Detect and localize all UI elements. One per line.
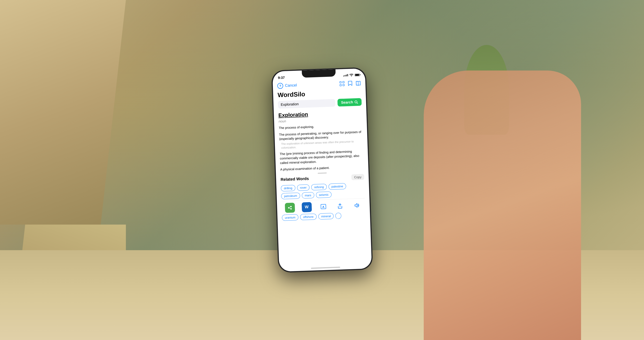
definition-4: A physical examination of a patient. <box>280 165 364 172</box>
iphone-device: 9:37 <box>271 67 373 273</box>
definition-3: The (pre-)mining process of finding and … <box>280 149 364 165</box>
tag-refining[interactable]: refining <box>311 184 327 190</box>
battery-icon <box>355 73 360 76</box>
search-input[interactable]: Exploration <box>280 102 299 107</box>
header-icons <box>339 80 361 86</box>
search-icon <box>354 100 358 104</box>
related-words-section: Related Words Copy drilling rover refini… <box>280 174 364 199</box>
svg-line-7 <box>357 103 358 103</box>
svg-point-10 <box>290 208 292 210</box>
svg-point-9 <box>290 206 292 207</box>
iphone-screen: 9:37 <box>272 68 372 272</box>
tag-lunar[interactable]: uranium <box>282 214 298 221</box>
svg-point-8 <box>288 207 289 208</box>
svg-line-5 <box>358 81 358 85</box>
wifi-icon <box>349 73 353 77</box>
svg-text:A: A <box>322 205 324 208</box>
search-button[interactable]: Search <box>337 98 362 107</box>
tag-rover[interactable]: rover <box>297 184 310 191</box>
hand <box>424 70 581 340</box>
svg-rect-3 <box>340 84 341 86</box>
iphone-body: 9:37 <box>271 67 373 273</box>
status-icons <box>343 73 360 77</box>
svg-point-0 <box>351 76 352 76</box>
svg-rect-2 <box>342 81 344 83</box>
help-icon[interactable]: ? <box>277 83 283 89</box>
signal-icon <box>343 74 348 77</box>
svg-line-11 <box>289 207 290 207</box>
tag-mineral[interactable] <box>335 213 342 219</box>
header-left: ? Cancel <box>277 82 297 89</box>
svg-rect-1 <box>340 81 341 83</box>
definition-1: The process of exploring. <box>279 123 362 130</box>
notch <box>302 69 336 78</box>
dictionary-icon[interactable]: A <box>318 201 328 212</box>
tag-palestine[interactable]: palestine <box>328 183 346 190</box>
definition-2: The process of penetrating, or ranging o… <box>279 130 363 150</box>
tag-mars[interactable]: mars <box>302 192 314 199</box>
tags-row-2: petroleum mars seismic <box>281 190 365 199</box>
scan-icon[interactable] <box>339 81 345 86</box>
bookmark-icon[interactable] <box>348 81 352 86</box>
app-content: ? Cancel <box>273 79 372 272</box>
tags-row-1: drilling rover refining palestine <box>281 182 364 191</box>
tag-drilling[interactable]: drilling <box>281 185 295 191</box>
wikipedia-icon[interactable]: W <box>302 202 312 212</box>
svg-line-12 <box>290 208 290 209</box>
word-section: Exploration noun The process of explorin… <box>278 109 364 172</box>
tag-petroleum[interactable]: petroleum <box>281 192 300 199</box>
svg-point-6 <box>355 101 357 103</box>
tag-uranium[interactable]: offshore <box>300 214 316 220</box>
svg-rect-4 <box>342 84 344 86</box>
related-words-header: Related Words Copy <box>280 174 364 183</box>
scroll-indicator <box>318 172 326 174</box>
tag-offshore[interactable]: mineral <box>318 213 334 219</box>
share-icon[interactable] <box>335 201 345 211</box>
example-1: The exploration of unknown areas was oft… <box>281 139 363 150</box>
status-time: 9:37 <box>278 75 285 79</box>
wordsilo-app-icon[interactable] <box>285 203 295 213</box>
related-words-title: Related Words <box>280 176 309 182</box>
cancel-button[interactable]: Cancel <box>285 83 297 88</box>
copy-button[interactable]: Copy <box>351 174 364 180</box>
tag-seismic[interactable]: seismic <box>316 191 332 198</box>
book-icon[interactable] <box>356 81 361 86</box>
speaker-icon[interactable] <box>352 200 362 211</box>
